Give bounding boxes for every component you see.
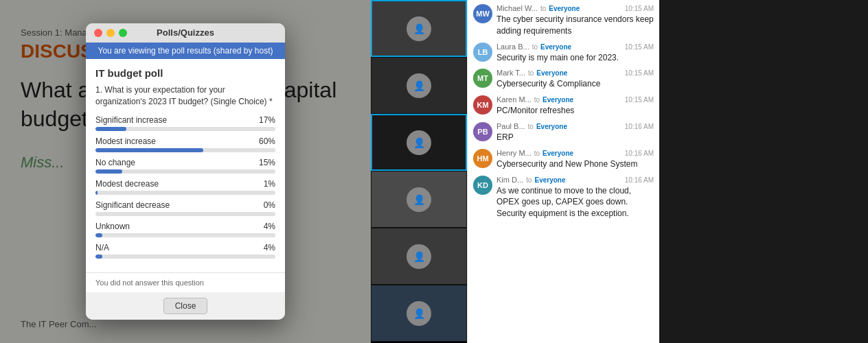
- video-thumb-4[interactable]: 👤: [371, 171, 467, 228]
- presentation-panel: Session 1: Management Strategies DISCUSS…: [0, 0, 371, 343]
- chat-message: MT Mark T... to Everyone 10:15 AM Cybers…: [473, 69, 654, 90]
- chat-text: Cybersecurity & Compliance: [496, 78, 654, 90]
- chat-text: Security is my main one for 2023.: [496, 52, 654, 64]
- chat-avatar: MW: [473, 4, 492, 23]
- poll-option: N/A 4%: [95, 243, 275, 259]
- chat-avatar: KD: [473, 176, 492, 195]
- maximize-traffic-light[interactable]: [119, 29, 127, 37]
- poll-option: Significant decrease 0%: [95, 200, 275, 216]
- chat-avatar: LB: [473, 43, 492, 62]
- chat-content: Laura B... to Everyone 10:15 AM Security…: [496, 43, 654, 64]
- video-thumb-1[interactable]: 👤: [371, 0, 467, 57]
- poll-title: IT budget poll: [95, 67, 275, 79]
- poll-question: 1. What is your expectation for your org…: [95, 84, 275, 108]
- chat-avatar: KM: [473, 95, 492, 115]
- chat-panel: MW Michael W... to Everyone 10:15 AM The…: [467, 0, 659, 343]
- chat-messages: MW Michael W... to Everyone 10:15 AM The…: [468, 0, 659, 343]
- chat-message: MW Michael W... to Everyone 10:15 AM The…: [473, 4, 654, 37]
- chat-content: Karen M... to Everyone 10:15 AM PC/Monit…: [496, 95, 654, 117]
- modal-title: Polls/Quizzes: [157, 27, 214, 38]
- poll-modal: Polls/Quizzes You are viewing the poll r…: [86, 23, 285, 320]
- video-thumb-5[interactable]: 👤: [371, 228, 467, 285]
- chat-text: PC/Monitor refreshes: [496, 105, 654, 117]
- chat-message: KD Kim D... to Everyone 10:16 AM As we c…: [473, 176, 654, 220]
- modal-banner: You are viewing the poll results (shared…: [86, 43, 285, 59]
- chat-avatar: HM: [473, 149, 492, 168]
- chat-content: Mark T... to Everyone 10:15 AM Cybersecu…: [496, 69, 654, 90]
- chat-message: HM Henry M... to Everyone 10:16 AM Cyber…: [473, 149, 654, 170]
- video-thumb-3[interactable]: 👤: [371, 114, 467, 171]
- modal-body: IT budget poll 1. What is your expectati…: [86, 59, 285, 273]
- close-traffic-light[interactable]: [94, 29, 102, 37]
- chat-message: PB Paul B... to Everyone 10:16 AM ERP: [473, 122, 654, 143]
- chat-text: The cyber security insurance vendors kee…: [496, 14, 654, 37]
- close-button[interactable]: Close: [163, 298, 208, 314]
- video-thumb-6[interactable]: 👤: [371, 285, 467, 342]
- modal-close-row: Close: [86, 292, 285, 320]
- video-panel: 👤 👤 👤 👤 👤 👤: [371, 0, 467, 343]
- modal-titlebar: Polls/Quizzes: [86, 23, 285, 43]
- minimize-traffic-light[interactable]: [106, 29, 115, 37]
- chat-avatar: MT: [473, 69, 492, 88]
- poll-options: Significant increase 17% Modest increase…: [95, 115, 275, 259]
- chat-content: Michael W... to Everyone 10:15 AM The cy…: [496, 4, 654, 37]
- chat-content: Paul B... to Everyone 10:16 AM ERP: [496, 122, 654, 143]
- chat-avatar: PB: [473, 122, 492, 141]
- video-thumb-2[interactable]: 👤: [371, 57, 467, 114]
- chat-message: KM Karen M... to Everyone 10:15 AM PC/Mo…: [473, 95, 654, 117]
- poll-option: Unknown 4%: [95, 222, 275, 237]
- chat-text: ERP: [496, 132, 654, 143]
- modal-overlay: Polls/Quizzes You are viewing the poll r…: [0, 0, 371, 343]
- poll-footer: You did not answer this question: [86, 272, 285, 292]
- chat-content: Kim D... to Everyone 10:16 AM As we cont…: [496, 176, 654, 220]
- chat-content: Henry M... to Everyone 10:16 AM Cybersec…: [496, 149, 654, 170]
- chat-text: Cybersecurity and New Phone System: [496, 158, 654, 170]
- chat-text: As we continue to move to the cloud, OPE…: [496, 185, 654, 220]
- poll-option: Significant increase 17%: [95, 115, 275, 131]
- poll-option: Modest increase 60%: [95, 137, 275, 152]
- poll-option: Modest decrease 1%: [95, 179, 275, 195]
- poll-option: No change 15%: [95, 158, 275, 174]
- chat-message: LB Laura B... to Everyone 10:15 AM Secur…: [473, 43, 654, 64]
